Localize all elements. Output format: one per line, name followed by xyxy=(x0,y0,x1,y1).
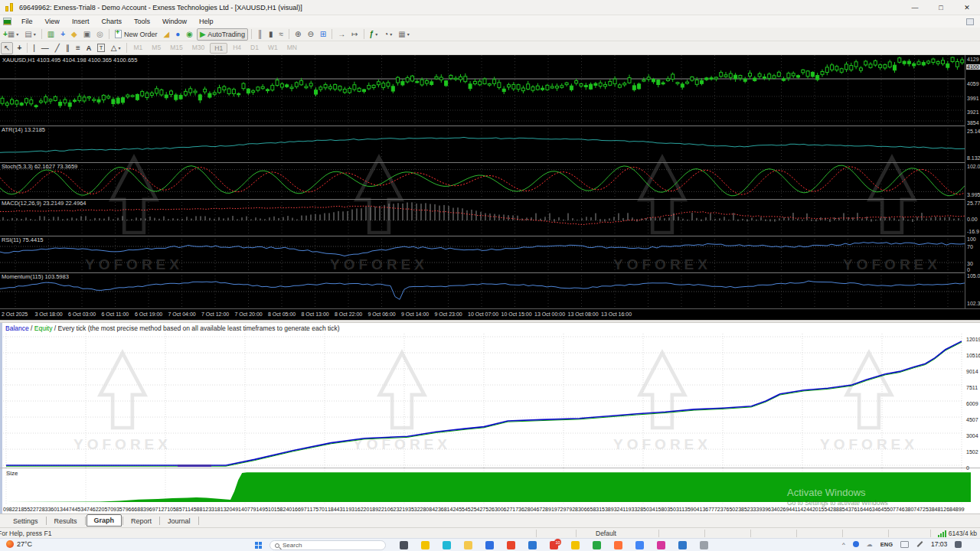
size-axis-label: 9822 xyxy=(6,507,18,512)
status-profile[interactable]: Default xyxy=(596,530,616,537)
tray-app-icon[interactable] xyxy=(853,541,859,547)
menu-charts[interactable]: Charts xyxy=(95,15,128,28)
strategy-tester-panel: Balance / Equity / Every tick (the most … xyxy=(0,323,980,514)
chart-area[interactable]: YOFOREXYOFOREXYOFOREXYOFOREX XAUUSD,H1 4… xyxy=(0,55,980,320)
taskbar-app-icon[interactable] xyxy=(593,541,601,549)
crosshair-tool-button[interactable]: + xyxy=(15,42,24,54)
trendline-button[interactable]: ╱ xyxy=(53,42,62,54)
candlestick-chart-button[interactable]: ▮ xyxy=(266,28,276,41)
standard-toolbar: +▦▾ ▤▾ ▥ + ◆ ▣ ◎ +New Order ◢ ● ◉ ▶ Auto… xyxy=(0,28,980,41)
taskbar-app-icon[interactable] xyxy=(443,541,451,549)
notification-center-icon[interactable] xyxy=(955,541,962,548)
taskbar-app-icon[interactable] xyxy=(507,541,515,549)
shapes-button[interactable]: △▾ xyxy=(109,42,123,54)
menu-insert[interactable]: Insert xyxy=(66,15,96,28)
timeframe-d1[interactable]: D1 xyxy=(247,43,263,54)
fibonacci-button[interactable]: ≡ xyxy=(74,42,83,54)
chart-shift-button[interactable]: ↦ xyxy=(349,28,360,41)
size-axis-label: 245545 xyxy=(452,507,470,512)
new-chart-button[interactable]: +▦▾ xyxy=(1,28,21,41)
vertical-line-button[interactable]: | xyxy=(31,42,38,54)
pen-icon[interactable] xyxy=(917,541,923,547)
timeframe-h4[interactable]: H4 xyxy=(229,43,245,54)
profiles-button[interactable]: ▤▾ xyxy=(22,28,38,41)
tile-windows-button[interactable]: ⊞ xyxy=(318,28,328,41)
menu-view[interactable]: View xyxy=(39,15,66,28)
new-order-button[interactable]: +New Order xyxy=(113,28,160,41)
menubar-restore-icon[interactable] xyxy=(966,18,974,25)
tab-graph[interactable]: Graph xyxy=(87,514,122,527)
taskbar-app-icon[interactable] xyxy=(614,541,622,549)
taskbar-app-icon[interactable] xyxy=(421,541,430,549)
strategy-tester-button[interactable]: ◎ xyxy=(94,28,106,41)
channel-button[interactable]: ∥ xyxy=(64,42,72,54)
community-button[interactable]: ● xyxy=(173,28,182,41)
templates-button[interactable]: ▦▾ xyxy=(396,28,411,41)
tab-settings[interactable]: Settings xyxy=(6,516,45,527)
taskbar-search[interactable]: Search xyxy=(270,540,386,550)
menu-tools[interactable]: Tools xyxy=(128,15,156,28)
tab-results[interactable]: Results xyxy=(47,516,84,527)
cursor-tool-button[interactable]: ↖ xyxy=(1,42,13,54)
terminal-button[interactable]: ▣ xyxy=(81,28,93,41)
timeframe-w1[interactable]: W1 xyxy=(264,43,282,54)
timeframe-m1[interactable]: M1 xyxy=(130,43,147,54)
taskbar-app-icon[interactable] xyxy=(485,541,494,549)
zoom-out-button[interactable]: ⊖ xyxy=(305,28,315,41)
minimize-button[interactable]: — xyxy=(902,0,928,15)
timeframe-m15[interactable]: M15 xyxy=(166,43,187,54)
taskbar-app-icon[interactable] xyxy=(700,541,708,549)
taskbar-app-icon[interactable] xyxy=(571,541,580,549)
start-button[interactable] xyxy=(255,542,262,549)
language-indicator[interactable]: ENG xyxy=(880,541,893,548)
price-chart-canvas[interactable] xyxy=(0,55,965,308)
clock[interactable]: 17:03 xyxy=(931,540,947,548)
market-watch-button[interactable]: ▥ xyxy=(45,28,57,41)
zoom-in-button[interactable]: ⊕ xyxy=(292,28,303,41)
horizontal-line-button[interactable]: — xyxy=(39,42,51,54)
time-axis[interactable]: 2 Oct 20253 Oct 18:006 Oct 03:006 Oct 11… xyxy=(0,308,980,320)
size-axis-label: 201892 xyxy=(364,507,381,512)
price-scale[interactable]: 41294100405939913921385425.148.132102.03… xyxy=(965,55,980,308)
tab-report[interactable]: Report xyxy=(124,516,158,527)
timeframe-mn[interactable]: MN xyxy=(283,43,301,54)
touch-keyboard-icon[interactable] xyxy=(900,541,909,548)
menu-file[interactable]: File xyxy=(15,15,39,28)
signals-button[interactable]: ◉ xyxy=(184,28,195,41)
taskbar-app-icon[interactable] xyxy=(400,541,408,549)
taskbar-weather[interactable]: 27°C xyxy=(6,540,32,548)
periods-button[interactable]: ◔▾ xyxy=(381,28,394,41)
taskbar-app-icon[interactable] xyxy=(464,541,472,549)
text-label-button[interactable]: T xyxy=(95,42,107,54)
menu-help[interactable]: Help xyxy=(193,15,220,28)
time-axis-label: 9 Oct 14:00 xyxy=(401,311,429,317)
tray-chevron-icon[interactable]: ^ xyxy=(842,541,845,548)
tab-journal[interactable]: Journal xyxy=(161,516,198,527)
timeframe-m5[interactable]: M5 xyxy=(148,43,165,54)
taskbar-app-icon[interactable] xyxy=(528,541,537,549)
close-button[interactable]: ✕ xyxy=(954,0,980,15)
menu-window[interactable]: Window xyxy=(156,15,193,28)
text-tool-button[interactable]: A xyxy=(84,42,94,54)
line-chart-button[interactable]: ≈ xyxy=(277,28,286,41)
maximize-button[interactable]: □ xyxy=(928,0,954,15)
data-window-button[interactable]: + xyxy=(58,28,67,41)
taskbar-apps: 10 xyxy=(400,541,708,549)
bar-chart-button[interactable]: ║ xyxy=(255,28,265,41)
balance-axis-label: 9014 xyxy=(966,369,978,374)
stochastic-indicator-label: Stoch(5,3,3) 62.1627 73.3659 xyxy=(2,163,77,170)
metaeditor-button[interactable]: ◢ xyxy=(161,28,172,41)
navigator-button[interactable]: ◆ xyxy=(69,28,80,41)
taskbar-app-icon[interactable] xyxy=(635,541,644,549)
taskbar-app-icon[interactable]: 10 xyxy=(550,541,558,549)
auto-scroll-button[interactable]: → xyxy=(335,28,348,41)
cloud-icon[interactable]: ☁ xyxy=(867,541,873,548)
indicators-button[interactable]: ƒ▾ xyxy=(368,28,381,41)
timeframe-h1[interactable]: H1 xyxy=(210,43,227,54)
timeframe-m30[interactable]: M30 xyxy=(188,43,209,54)
taskbar-app-icon[interactable] xyxy=(678,541,687,549)
tab-separator xyxy=(198,517,199,525)
taskbar-app-icon[interactable] xyxy=(657,541,665,549)
autotrading-button[interactable]: ▶ AutoTrading xyxy=(197,28,248,41)
balance-graph[interactable] xyxy=(0,334,980,468)
